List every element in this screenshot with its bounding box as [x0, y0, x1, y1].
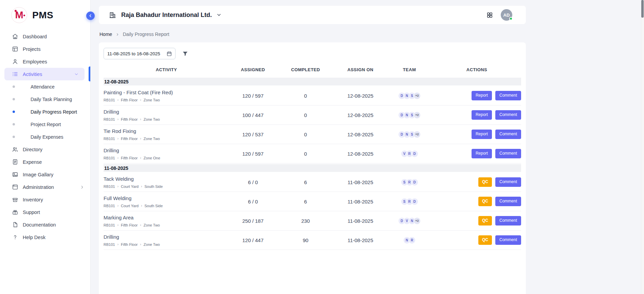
sidebar-subitem-daily-expenses[interactable]: Daily Expenses [0, 131, 90, 143]
chevron-right-icon: › [117, 184, 118, 188]
sidebar-subitem-daily-progress-report[interactable]: Daily Progress Report [0, 105, 90, 118]
breadcrumb-current: Daily Progress Report [123, 32, 169, 37]
sidebar-subitem-attendance[interactable]: Attendance [0, 80, 90, 93]
scrollbar-thumb[interactable] [641, 0, 644, 18]
active-section-indicator [89, 66, 90, 81]
assign-on-value: 12-08-2025 [334, 132, 386, 137]
avatar-initials: AD [503, 13, 510, 18]
table-row: Tie Rod Fixing RB101›Fifth Floor›Zone Tw… [104, 125, 521, 144]
sidebar-item-employees[interactable]: Employees [0, 55, 90, 68]
sidebar-item-directory[interactable]: Directory [0, 143, 90, 156]
date-range-input[interactable]: 11-08-2025 to 16-08-2025 [104, 48, 176, 59]
location-segment: RB101 [104, 223, 115, 227]
location-segment: Zone One [144, 156, 160, 160]
comment-button[interactable]: Comment [495, 235, 521, 245]
date-range-value: 11-08-2025 to 16-08-2025 [107, 51, 166, 56]
sidebar-item-projects[interactable]: Projects [0, 43, 90, 55]
report-button[interactable]: Report [472, 110, 492, 120]
breadcrumb-home[interactable]: Home [99, 32, 112, 37]
activity-cell: Marking Area RB101›Fifth Floor›Zone Two [104, 215, 229, 227]
apps-grid-icon[interactable] [486, 12, 493, 18]
logo-letter: M [15, 10, 23, 20]
activity-cell: Drilling RB101›Fifth Floor›Zone One [104, 148, 229, 160]
activity-cell: Painting - First Coat (Fire Red) RB101›F… [104, 90, 229, 102]
breadcrumb: Home › Daily Progress Report [99, 31, 525, 38]
page-scrollbar[interactable] [641, 0, 644, 294]
sidebar-item-label: Administration [23, 184, 54, 190]
team-cell: DNS+2 [386, 131, 433, 138]
chevron-down-icon[interactable] [216, 12, 222, 18]
sidebar-collapse-button[interactable] [86, 12, 95, 20]
activity-location: RB101›Court Yard›South Side [104, 184, 229, 189]
comment-button[interactable]: Comment [495, 130, 521, 139]
user-avatar[interactable]: AD [501, 9, 512, 21]
chevron-right-icon: › [117, 156, 118, 160]
chevron-right-icon: › [141, 184, 142, 188]
online-status-dot [509, 17, 513, 20]
qc-button[interactable]: QC [478, 197, 492, 206]
sidebar-subitem-label: Daily Progress Report [31, 109, 77, 115]
sidebar-item-expense[interactable]: Expense [0, 156, 90, 168]
sidebar-item-support[interactable]: Support [0, 206, 90, 218]
location-segment: South Side [145, 204, 163, 208]
sidebar-item-label: Activities [23, 72, 42, 77]
table-row: Painting - First Coat (Fire Red) RB101›F… [104, 86, 521, 105]
sidebar-item-help-desk[interactable]: Help Desk [0, 231, 90, 243]
qc-button[interactable]: QC [478, 235, 492, 245]
sidebar-item-image-gallary[interactable]: Image Gallary [0, 168, 90, 181]
assigned-value: 120 / 597 [229, 93, 277, 99]
filter-icon[interactable] [182, 51, 188, 57]
sidebar-item-label: Expense [23, 159, 42, 165]
chevron-right-icon: › [140, 137, 141, 140]
comment-button[interactable]: Comment [495, 216, 521, 226]
comment-button[interactable]: Comment [495, 149, 521, 158]
completed-value: 0 [277, 132, 334, 137]
activity-title: Tack Welding [104, 176, 229, 182]
date-group-header: 11-08-2025 [104, 164, 521, 172]
sidebar-item-administration[interactable]: Administration [0, 181, 90, 193]
support-icon [12, 209, 18, 215]
comment-button[interactable]: Comment [495, 197, 521, 206]
sidebar-subitem-project-report[interactable]: Project Report [0, 118, 90, 131]
comment-button[interactable]: Comment [495, 177, 521, 187]
content-card: 11-08-2025 to 16-08-2025 ACTIVITY ASSIGN… [99, 42, 526, 294]
sidebar-item-documentation[interactable]: Documentation [0, 218, 90, 231]
assign-on-value: 12-08-2025 [334, 112, 386, 118]
pms-logo-icon: M [11, 7, 27, 23]
report-button[interactable]: Report [472, 91, 492, 100]
activity-cell: Drilling RB101›Fifth Floor›Zone Two [104, 109, 229, 121]
table-body: 12-08-2025 Painting - First Coat (Fire R… [104, 78, 521, 250]
report-button[interactable]: Report [472, 149, 492, 158]
sidebar-subitem-daily-task-planning[interactable]: Daily Task Planning [0, 93, 90, 105]
team-avatar: R [408, 237, 416, 244]
activity-location: RB101›Fifth Floor›Zone Two [104, 242, 229, 247]
location-segment: Zone Two [144, 223, 160, 227]
administration-icon [12, 184, 18, 190]
col-header-actions: ACTIONS [433, 67, 521, 72]
expense-icon [12, 159, 18, 165]
report-button[interactable]: Report [472, 130, 492, 139]
main-area: Raja Bahadur International Ltd. AD Home [91, 0, 644, 294]
comment-button[interactable]: Comment [495, 91, 521, 100]
activity-title: Tie Rod Fixing [104, 128, 229, 134]
sidebar-item-label: Support [23, 210, 40, 215]
sidebar-item-inventory[interactable]: Inventory [0, 193, 90, 206]
location-segment: Zone Two [144, 117, 160, 121]
table-row: Marking Area RB101›Fifth Floor›Zone Two … [104, 211, 521, 231]
qc-button[interactable]: QC [478, 216, 492, 226]
comment-button[interactable]: Comment [495, 110, 521, 120]
location-segment: RB101 [104, 204, 115, 208]
company-selector[interactable]: Raja Bahadur International Ltd. [121, 12, 212, 19]
sidebar-item-dashboard[interactable]: Dashboard [0, 30, 90, 43]
topbar-right: AD [486, 9, 512, 21]
employees-icon [12, 58, 18, 65]
location-segment: Fifth Floor [121, 223, 138, 227]
bullet-icon [13, 136, 15, 138]
assigned-value: 100 / 447 [229, 112, 277, 118]
completed-value: 6 [277, 199, 334, 204]
sidebar-item-label: Image Gallary [23, 172, 53, 177]
chevron-down-icon [74, 72, 79, 77]
team-extra-badge: +2 [413, 217, 421, 224]
qc-button[interactable]: QC [478, 177, 492, 187]
sidebar-item-activities[interactable]: Activities [4, 68, 85, 80]
